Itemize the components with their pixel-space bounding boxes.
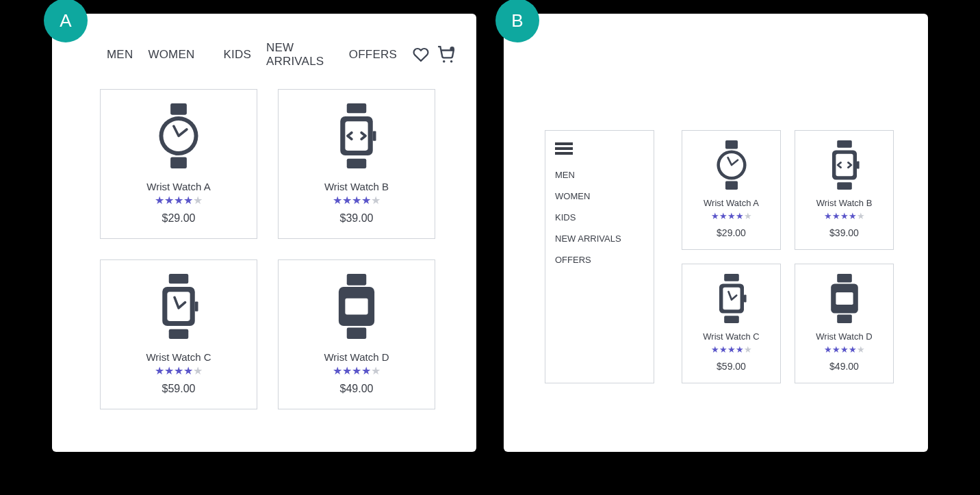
nav-new-arrivals[interactable]: NEW ARRIVALS [266, 41, 334, 68]
product-price: $39.00 [801, 227, 888, 238]
side-nav-women[interactable]: WOMEN [555, 186, 644, 207]
svg-rect-25 [837, 140, 852, 148]
side-menu: MEN WOMEN KIDS NEW ARRIVALS OFFERS [545, 130, 654, 383]
product-price: $59.00 [688, 361, 775, 372]
product-price: $29.00 [107, 212, 250, 225]
product-card[interactable]: Wrist Watch D ★★★★★ $49.00 [278, 259, 435, 409]
product-name: Wrist Watch A [688, 198, 775, 208]
svg-rect-38 [836, 292, 853, 305]
product-price: $49.00 [285, 383, 428, 395]
layout-a-panel: A MEN WOMEN KIDS NEW ARRIVALS OFFERS Wri… [52, 14, 476, 452]
product-rating: ★★★★★ [801, 343, 888, 355]
side-nav-new-arrivals[interactable]: NEW ARRIVALS [555, 228, 644, 249]
svg-rect-29 [857, 162, 860, 169]
nav-kids[interactable]: KIDS [223, 48, 250, 62]
svg-rect-16 [195, 301, 198, 311]
svg-point-0 [443, 60, 445, 62]
product-name: Wrist Watch D [285, 351, 428, 363]
product-name: Wrist Watch A [107, 181, 250, 192]
svg-rect-30 [724, 274, 739, 281]
watch-round-icon [107, 103, 250, 171]
product-card[interactable]: Wrist Watch A ★★★★★ $29.00 [682, 130, 781, 250]
product-rating: ★★★★★ [688, 343, 775, 355]
svg-rect-36 [837, 314, 852, 323]
watch-code-icon [801, 140, 888, 192]
product-price: $39.00 [285, 212, 428, 225]
watch-square-solid-icon [285, 274, 428, 342]
product-card[interactable]: Wrist Watch D ★★★★★ $49.00 [795, 264, 894, 383]
svg-rect-35 [837, 274, 852, 283]
side-nav-offers[interactable]: OFFERS [555, 249, 644, 270]
watch-code-icon [285, 103, 428, 171]
watch-square-time-icon [688, 274, 775, 326]
svg-rect-8 [347, 159, 367, 168]
product-grid-b: Wrist Watch A ★★★★★ $29.00 Wrist Watch B… [682, 130, 894, 383]
svg-rect-20 [345, 299, 368, 315]
top-nav: MEN WOMEN KIDS NEW ARRIVALS OFFERS [73, 34, 463, 89]
watch-round-icon [688, 140, 775, 192]
product-grid-a: Wrist Watch A ★★★★★ $29.00 Wrist Watch B… [73, 89, 463, 409]
product-price: $59.00 [107, 383, 250, 395]
product-price: $29.00 [688, 227, 775, 238]
product-name: Wrist Watch B [801, 198, 888, 208]
nav-men[interactable]: MEN [107, 48, 133, 62]
cart-icon[interactable] [437, 46, 456, 64]
svg-rect-18 [347, 327, 367, 339]
svg-rect-4 [170, 157, 187, 168]
nav-offers[interactable]: OFFERS [349, 48, 397, 62]
product-rating: ★★★★★ [688, 210, 775, 222]
svg-rect-7 [347, 103, 367, 113]
product-card[interactable]: Wrist Watch B ★★★★★ $39.00 [795, 130, 894, 250]
svg-rect-12 [169, 274, 189, 283]
svg-rect-31 [724, 316, 739, 323]
side-nav-kids[interactable]: KIDS [555, 207, 644, 228]
product-rating: ★★★★★ [285, 194, 428, 207]
product-name: Wrist Watch D [801, 331, 888, 342]
svg-rect-22 [725, 181, 738, 190]
side-nav-men[interactable]: MEN [555, 164, 644, 186]
layout-b-panel: B MEN WOMEN KIDS NEW ARRIVALS OFFERS Wri… [504, 14, 928, 452]
product-rating: ★★★★★ [801, 210, 888, 222]
product-rating: ★★★★★ [285, 364, 428, 377]
badge-b: B [495, 0, 539, 42]
svg-rect-17 [347, 274, 367, 285]
product-card[interactable]: Wrist Watch C ★★★★★ $59.00 [682, 264, 781, 383]
svg-rect-3 [170, 103, 187, 115]
product-card[interactable]: Wrist Watch C ★★★★★ $59.00 [100, 259, 257, 409]
watch-square-solid-icon [801, 274, 888, 326]
badge-a: A [44, 0, 88, 42]
svg-rect-21 [725, 140, 738, 149]
svg-rect-13 [169, 329, 189, 339]
hamburger-icon[interactable] [555, 142, 644, 155]
product-price: $49.00 [801, 361, 888, 372]
nav-women[interactable]: WOMEN [148, 48, 194, 62]
product-name: Wrist Watch C [107, 351, 250, 363]
product-rating: ★★★★★ [107, 194, 250, 207]
heart-icon[interactable] [412, 47, 430, 63]
svg-rect-11 [373, 131, 376, 140]
svg-point-1 [450, 60, 452, 62]
svg-point-2 [450, 47, 454, 51]
svg-rect-26 [837, 182, 852, 190]
product-card[interactable]: Wrist Watch B ★★★★★ $39.00 [278, 89, 435, 239]
product-card[interactable]: Wrist Watch A ★★★★★ $29.00 [100, 89, 257, 239]
product-name: Wrist Watch B [285, 181, 428, 192]
product-rating: ★★★★★ [107, 364, 250, 377]
product-name: Wrist Watch C [688, 331, 775, 342]
watch-square-time-icon [107, 274, 250, 342]
svg-rect-34 [744, 295, 747, 303]
